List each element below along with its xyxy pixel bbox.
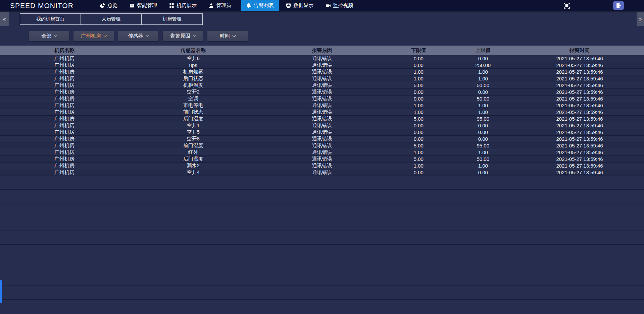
alarm-table: 机房名称 传感器名称 报警原因 下限值 上限值 报警时间 广州机房 空开6 通讯…: [0, 46, 644, 314]
cell-alarm-time: 2021-05-27 13:59:46: [515, 82, 644, 88]
filter-sensor-dropdown[interactable]: 传感器: [118, 31, 158, 41]
pie-chart-icon: [100, 3, 105, 8]
cell-room-name: 广州机房: [0, 136, 129, 142]
bell-icon: [246, 3, 251, 8]
cell-sensor-name: 空调: [129, 96, 258, 102]
filter-alarm-reason-dropdown[interactable]: 告警原因: [163, 31, 203, 41]
cell-lower-limit: 1.00: [386, 103, 451, 108]
column-header-alarm-time: 报警时间: [515, 47, 644, 54]
cell-alarm-reason: 通讯错误: [258, 116, 387, 122]
nav-item-alarm-list[interactable]: 告警列表: [241, 0, 279, 11]
table-row[interactable]: 广州机房 机房烟雾 通讯错误 1.00 1.00 2021-05-27 13:5…: [0, 69, 644, 75]
cell-alarm-time: 2021-05-27 13:59:46: [515, 170, 644, 175]
cell-lower-limit: 5.00: [386, 143, 451, 148]
cell-room-name: 广州机房: [0, 149, 129, 155]
cell-lower-limit: 5.00: [386, 116, 451, 122]
cell-alarm-time: 2021-05-27 13:59:46: [515, 123, 644, 128]
table-row[interactable]: 广州机房 空开4 通讯错误 0.00 0.00 2021-05-27 13:59…: [0, 169, 644, 176]
app-logo: SPEED MONITOR: [0, 0, 84, 11]
cell-alarm-time: 2021-05-27 13:59:46: [515, 149, 644, 155]
cell-room-name: 广州机房: [0, 96, 129, 102]
column-header-lower-limit: 下限值: [386, 47, 451, 54]
cell-upper-limit: 0.00: [451, 129, 515, 135]
cell-upper-limit: 0.00: [451, 123, 515, 128]
cell-room-name: 广州机房: [0, 75, 129, 82]
cell-lower-limit: 0.00: [386, 56, 451, 61]
nav-item-label: 数据显示: [293, 2, 313, 9]
nav-item-overview[interactable]: 总览: [95, 0, 122, 11]
chevron-down-icon: [104, 34, 107, 37]
cell-alarm-reason: 通讯错误: [258, 75, 387, 82]
nav-item-label: 告警列表: [254, 2, 274, 9]
table-row[interactable]: 广州机房 ups 通讯错误 0.00 250.00 2021-05-27 13:…: [0, 62, 644, 69]
cell-lower-limit: 1.00: [386, 163, 451, 169]
table-row[interactable]: 广州机房 空开8 通讯错误 0.00 0.00 2021-05-27 13:59…: [0, 136, 644, 142]
filter-time-dropdown[interactable]: 时间: [207, 31, 248, 41]
column-header-upper-limit: 上限值: [451, 47, 515, 54]
cell-alarm-reason: 通讯错误: [258, 156, 387, 162]
nav-item-room-display[interactable]: 机房展示: [164, 0, 202, 11]
cell-room-name: 广州机房: [0, 109, 129, 115]
cell-alarm-time: 2021-05-27 13:59:46: [515, 69, 644, 75]
nav-item-administrator[interactable]: 管理员: [204, 0, 236, 11]
table-row[interactable]: 广州机房 空开6 通讯错误 0.00 0.00 2021-05-27 13:59…: [0, 55, 644, 62]
left-scroll-indicator[interactable]: [0, 280, 2, 303]
collapse-right-button[interactable]: »: [637, 12, 644, 26]
fullscreen-icon[interactable]: [563, 2, 570, 9]
collapse-left-button[interactable]: «: [0, 12, 9, 26]
tab-my-room-home[interactable]: 我的机房首页: [20, 14, 81, 24]
cell-alarm-reason: 通讯错误: [258, 89, 387, 95]
nav-item-video-monitor[interactable]: 监控视频: [320, 0, 358, 11]
cell-alarm-time: 2021-05-27 13:59:46: [515, 89, 644, 95]
cell-upper-limit: 0.00: [451, 136, 515, 142]
tab-room-management[interactable]: 机房管理: [142, 14, 202, 24]
navbar-right-tools: [563, 0, 644, 11]
filter-room-dropdown[interactable]: 广州机房: [73, 31, 114, 41]
main-nav: 总览 智能管理 机房展示 管理员 告警列表: [94, 0, 359, 11]
logout-icon: [616, 3, 622, 8]
table-row[interactable]: 广州机房 空开2 通讯错误 0.00 0.00 2021-05-27 13:59…: [0, 89, 644, 96]
cell-alarm-reason: 通讯错误: [258, 122, 387, 129]
table-row[interactable]: 广州机房 后门状态 通讯错误 1.00 1.00 2021-05-27 13:5…: [0, 75, 644, 82]
camera-icon: [326, 3, 331, 8]
table-row[interactable]: 广州机房 市电停电 通讯错误 1.00 1.00 2021-05-27 13:5…: [0, 102, 644, 109]
table-row[interactable]: 广州机房 后门湿度 通讯错误 5.00 95.00 2021-05-27 13:…: [0, 116, 644, 122]
cell-sensor-name: 前门状态: [129, 109, 258, 115]
nav-item-label: 总览: [107, 2, 117, 9]
filter-all-dropdown[interactable]: 全部: [29, 31, 69, 41]
logout-button[interactable]: [613, 1, 624, 10]
chevron-down-icon: [193, 34, 196, 37]
cell-upper-limit: 1.00: [451, 103, 515, 108]
top-navbar: SPEED MONITOR 总览 智能管理 机房展示 管理员: [0, 0, 644, 11]
table-row[interactable]: 广州机房 红外 通讯错误 1.00 1.00 2021-05-27 13:59:…: [0, 149, 644, 156]
cell-sensor-name: 漏水2: [129, 163, 258, 169]
table-row[interactable]: 广州机房 前门状态 通讯错误 1.00 1.00 2021-05-27 13:5…: [0, 109, 644, 116]
tab-personnel-management[interactable]: 人员管理: [81, 14, 142, 24]
table-row[interactable]: 广州机房 后门温度 通讯错误 5.00 50.00 2021-05-27 13:…: [0, 156, 644, 163]
cell-lower-limit: 1.00: [386, 76, 451, 81]
cell-room-name: 广州机房: [0, 89, 129, 95]
nav-item-smart-management[interactable]: 智能管理: [125, 0, 162, 11]
table-row[interactable]: 广州机房 空开5 通讯错误 0.00 0.00 2021-05-27 13:59…: [0, 129, 644, 136]
table-row[interactable]: 广州机房 空调 通讯错误 0.00 50.00 2021-05-27 13:59…: [0, 96, 644, 102]
table-row[interactable]: 广州机房 机柜温度 通讯错误 5.00 50.00 2021-05-27 13:…: [0, 82, 644, 89]
cell-alarm-time: 2021-05-27 13:59:46: [515, 62, 644, 68]
cell-room-name: 广州机房: [0, 169, 129, 176]
table-row[interactable]: 广州机房 空开1 通讯错误 0.00 0.00 2021-05-27 13:59…: [0, 122, 644, 129]
chevron-down-icon: [233, 34, 236, 37]
nav-item-data-display[interactable]: 数据显示: [281, 0, 318, 11]
cell-sensor-name: 空开8: [129, 136, 258, 142]
cell-alarm-time: 2021-05-27 13:59:46: [515, 143, 644, 148]
cell-room-name: 广州机房: [0, 156, 129, 162]
table-row[interactable]: 广州机房 漏水2 通讯错误 1.00 1.00 2021-05-27 13:59…: [0, 163, 644, 169]
nav-item-label: 监控视频: [333, 2, 353, 9]
cell-alarm-reason: 通讯错误: [258, 102, 387, 109]
cell-sensor-name: ups: [129, 62, 258, 68]
cell-alarm-time: 2021-05-27 13:59:46: [515, 129, 644, 135]
cell-alarm-time: 2021-05-27 13:59:46: [515, 103, 644, 108]
table-row[interactable]: 广州机房 前门湿度 通讯错误 5.00 95.00 2021-05-27 13:…: [0, 142, 644, 149]
cell-lower-limit: 5.00: [386, 156, 451, 162]
cell-alarm-reason: 通讯错误: [258, 142, 387, 149]
cell-lower-limit: 0.00: [386, 170, 451, 175]
nav-item-label: 智能管理: [137, 2, 157, 9]
